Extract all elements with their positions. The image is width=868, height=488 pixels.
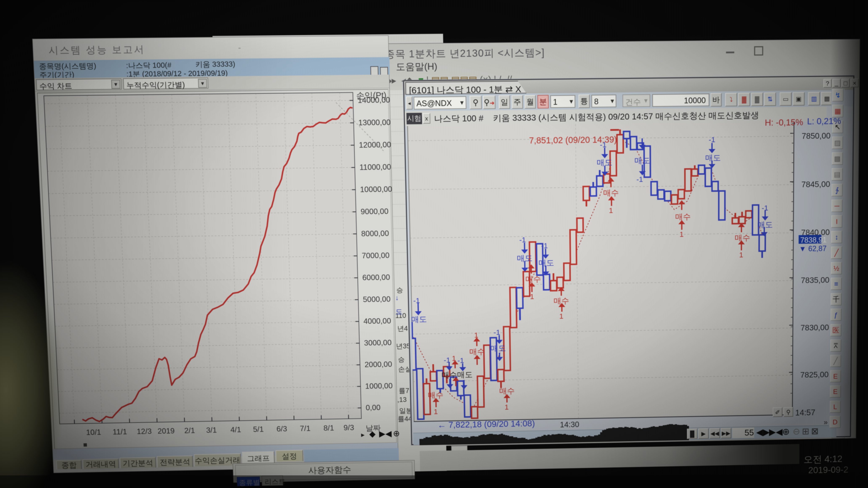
svg-text:7,851,02 (09/20 14:39): 7,851,02 (09/20 14:39): [529, 134, 617, 145]
svg-text:1: 1: [609, 206, 613, 215]
svg-text:매수: 매수: [675, 212, 691, 221]
svg-text:1: 1: [474, 331, 478, 339]
svg-text:매수: 매수: [469, 347, 485, 356]
svg-text:1: 1: [739, 251, 743, 259]
svg-text:1: 1: [530, 292, 534, 300]
svg-text:매도: 매도: [597, 158, 613, 167]
svg-text:매도: 매도: [634, 156, 650, 165]
svg-text:1: 1: [680, 230, 684, 238]
svg-text:매수매도: 매수매도: [441, 370, 473, 379]
svg-text:매도: 매도: [411, 315, 427, 324]
svg-text:매수: 매수: [603, 188, 619, 197]
svg-text:-1: -1: [709, 135, 715, 144]
svg-text:매수: 매수: [735, 233, 750, 242]
svg-text:매도: 매도: [757, 220, 773, 229]
svg-text:-1: -1: [637, 175, 643, 184]
svg-text:매도: 매도: [490, 344, 506, 353]
svg-text:매수: 매수: [428, 391, 443, 399]
svg-text:1: 1: [434, 408, 438, 416]
svg-text:매수: 매수: [499, 387, 515, 395]
svg-text:-1: -1: [413, 296, 420, 305]
svg-text:1: 1: [505, 403, 509, 411]
svg-text:매도: 매도: [705, 153, 721, 162]
svg-text:1: 1: [559, 312, 563, 320]
svg-text:매수: 매수: [525, 275, 541, 284]
svg-text:-1: -1: [541, 241, 548, 250]
